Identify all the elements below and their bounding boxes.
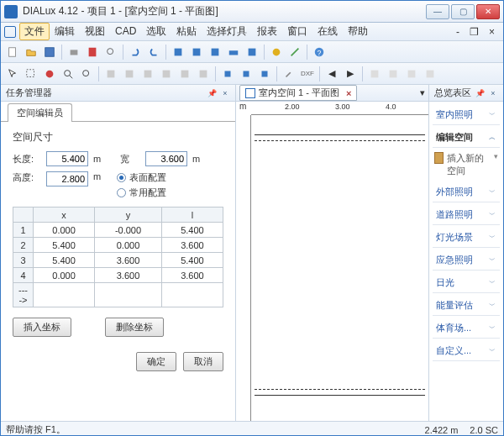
nav-item-1[interactable]: 编辑空间︿ [433,128,500,148]
mdi-minimize[interactable]: - [451,24,465,39]
radio-surface-config[interactable]: 表面配置 [117,171,166,184]
menu-file[interactable]: 文件 [19,23,50,40]
view-tab[interactable]: 室内空间 1 - 平面图 × [239,85,357,101]
height-input[interactable] [46,171,88,186]
status-help: 帮助请按 F1。 [6,423,66,436]
table-row[interactable]: 10.000-0.0005.400 [13,223,223,238]
arrow-r-icon[interactable]: ▶ [342,66,359,82]
tab-close-icon[interactable]: × [346,88,351,98]
minimize-button[interactable]: — [426,4,449,19]
preview-icon[interactable] [102,44,119,60]
menu-帮助[interactable]: 帮助 [343,24,373,39]
nav-item-0[interactable]: 室内照明﹀ [433,105,500,125]
save-icon[interactable] [41,44,58,60]
menu-视图[interactable]: 视图 [80,24,110,39]
menu-选取[interactable]: 选取 [141,24,171,39]
pdf-icon[interactable] [84,44,101,60]
zoom-out-icon[interactable] [78,66,95,82]
menu-报表[interactable]: 报表 [252,24,282,39]
tool-c-icon[interactable] [207,44,223,60]
svg-rect-8 [229,50,239,55]
chevron-icon: ︿ [488,134,496,142]
ok-button[interactable]: 确定 [136,352,176,371]
print-icon[interactable] [66,44,82,60]
nav-item-6[interactable]: 日光﹀ [433,273,500,293]
open-icon[interactable] [23,44,39,60]
nav-sub-insert[interactable]: 插入新的空间▾ [433,150,500,182]
gray-b-icon[interactable] [121,66,138,82]
chevron-icon: ﹀ [488,302,496,310]
menu-在线[interactable]: 在线 [312,24,343,39]
cancel-button[interactable]: 取消 [183,352,223,371]
new-icon[interactable] [4,44,21,60]
tool-g-icon[interactable] [286,44,303,60]
blue-c-icon[interactable] [256,66,273,82]
mdi-close[interactable]: × [484,24,500,39]
tool-a-icon[interactable] [170,44,186,60]
blue-a-icon[interactable] [219,66,236,82]
gray-c-icon[interactable] [139,66,156,82]
group-dimensions: 空间尺寸 [13,130,223,144]
menu-编辑[interactable]: 编辑 [50,24,80,39]
width-input[interactable] [145,151,187,166]
table-row[interactable]: 40.0003.6003.600 [13,268,223,283]
cursor-icon[interactable] [4,66,21,82]
radio-common-config[interactable]: 常用配置 [117,186,166,199]
close-button[interactable]: ✕ [476,4,500,19]
menu-窗口[interactable]: 窗口 [282,24,312,39]
wrench-icon[interactable] [281,66,297,82]
nav-item-3[interactable]: 道路照明﹀ [433,205,500,225]
nav-item-8[interactable]: 体育场...﹀ [433,318,500,339]
misc-d-icon[interactable] [422,66,438,82]
rpane-pin-icon[interactable]: 📌 [475,88,485,98]
gray-f-icon[interactable] [195,66,212,82]
menu-CAD[interactable]: CAD [110,24,141,39]
tool-b-icon[interactable] [188,44,205,60]
menu-选择灯具[interactable]: 选择灯具 [202,24,252,39]
help-icon[interactable]: ? [311,44,328,60]
dxf-icon[interactable]: DXF [299,66,316,82]
svg-rect-22 [200,70,207,77]
tool-d-icon[interactable] [225,44,242,60]
redo-icon[interactable] [145,44,162,60]
task-manager-title: 任务管理器 [6,87,52,99]
menu-粘贴[interactable]: 粘贴 [171,24,202,39]
svg-rect-19 [144,70,152,77]
tool-e-icon[interactable] [244,44,260,60]
nav-item-4[interactable]: 灯光场景﹀ [433,228,500,248]
misc-a-icon[interactable] [366,66,383,82]
length-input[interactable] [46,151,88,166]
nav-item-5[interactable]: 应急照明﹀ [433,250,500,271]
svg-rect-29 [427,70,434,77]
zoom-icon[interactable] [60,66,76,82]
mdi-restore[interactable]: ❐ [465,24,484,39]
svg-rect-28 [408,70,416,77]
drawing-canvas[interactable]: m 2.00 3.00 4.0 [236,102,428,421]
nav-item-9[interactable]: 自定义...﹀ [433,341,500,361]
table-row[interactable]: 25.4000.0003.600 [13,238,223,253]
maximize-button[interactable]: ▢ [451,4,475,19]
pane-pin-icon[interactable]: 📌 [207,88,217,98]
pan-icon[interactable] [41,66,58,82]
nav-item-2[interactable]: 外部照明﹀ [433,182,500,202]
undo-icon[interactable] [127,44,144,60]
gray-e-icon[interactable] [176,66,193,82]
view-dropdown-icon[interactable]: ▾ [420,87,425,98]
table-row-new[interactable]: ----> [13,283,223,307]
tab-space-editor[interactable]: 空间编辑员 [8,103,72,122]
gray-a-icon[interactable] [102,66,119,82]
svg-point-15 [65,70,71,76]
delete-coord-button[interactable]: 删除坐标 [105,318,164,337]
select-icon[interactable] [23,66,39,82]
table-row[interactable]: 35.4003.6005.400 [13,253,223,268]
arrow-l-icon[interactable]: ◀ [323,66,340,82]
misc-b-icon[interactable] [385,66,402,82]
gray-d-icon[interactable] [158,66,175,82]
rpane-close-icon[interactable]: × [488,88,498,98]
insert-coord-button[interactable]: 插入坐标 [13,318,71,337]
pane-close-icon[interactable]: × [220,88,230,98]
tool-f-icon[interactable] [268,44,285,60]
blue-b-icon[interactable] [238,66,255,82]
misc-c-icon[interactable] [403,66,420,82]
nav-item-7[interactable]: 能量评估﹀ [433,296,500,316]
